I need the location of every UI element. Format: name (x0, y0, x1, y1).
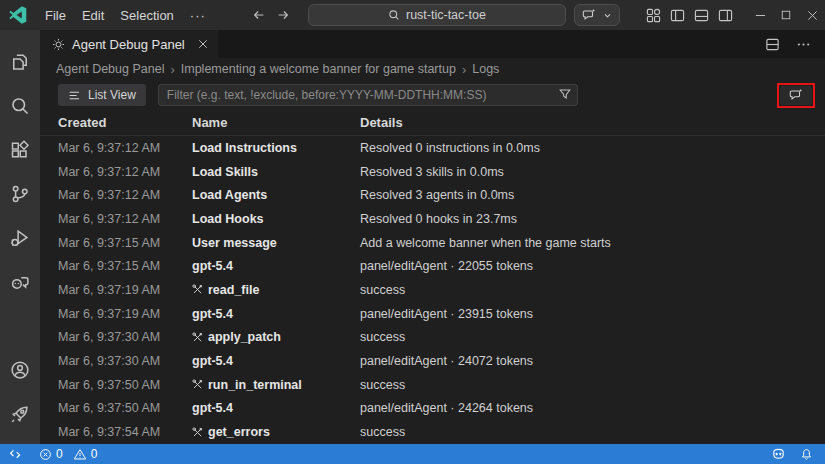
search-command-center[interactable]: rust-tic-tac-toe (308, 4, 566, 26)
row-name: Load Skills (192, 165, 360, 179)
table-row[interactable]: Mar 6, 9:37:15 AM User message Add a wel… (40, 231, 825, 255)
table-row[interactable]: Mar 6, 9:37:54 AM get_errors success (40, 420, 825, 444)
row-name: apply_patch (192, 330, 360, 344)
breadcrumb-separator: › (170, 62, 174, 77)
row-name: gpt-5.4 (192, 354, 360, 368)
log-table-header: Created Name Details (40, 110, 825, 136)
row-details: success (360, 330, 825, 344)
table-row[interactable]: Mar 6, 9:37:19 AM read_file success (40, 278, 825, 302)
table-row[interactable]: Mar 6, 9:37:30 AM gpt-5.4 panel/editAgen… (40, 349, 825, 373)
tab-label: Agent Debug Panel (72, 37, 185, 52)
copilot-status-icon[interactable] (771, 447, 786, 462)
menu-selection[interactable]: Selection (112, 5, 181, 26)
menu-overflow-button[interactable]: ··· (182, 5, 214, 26)
table-row[interactable]: Mar 6, 9:37:50 AM run_in_terminal succes… (40, 373, 825, 397)
chat-copilot-sidebar-icon[interactable] (0, 260, 40, 304)
row-details: Resolved 0 hooks in 23.7ms (360, 212, 825, 226)
table-row[interactable]: Mar 6, 9:37:12 AM Load Skills Resolved 3… (40, 160, 825, 184)
row-details: success (360, 378, 825, 392)
customize-layout-icon[interactable] (646, 8, 661, 23)
copilot-chat-icon (582, 8, 596, 22)
table-row[interactable]: Mar 6, 9:37:19 AM gpt-5.4 panel/editAgen… (40, 302, 825, 326)
maximize-button[interactable] (773, 0, 799, 30)
copilot-chat-button[interactable] (574, 4, 620, 26)
row-created: Mar 6, 9:37:30 AM (58, 354, 192, 368)
tools-icon (192, 379, 203, 390)
row-name: Load Hooks (192, 212, 360, 226)
notifications-bell-icon[interactable] (800, 448, 813, 461)
account-icon[interactable] (0, 348, 40, 392)
row-created: Mar 6, 9:37:19 AM (58, 307, 192, 321)
filter-funnel-icon[interactable] (558, 87, 572, 101)
log-table: Created Name Details Mar 6, 9:37:12 AM L… (40, 110, 825, 444)
window-controls (747, 0, 825, 30)
source-control-icon[interactable] (0, 172, 40, 216)
breadcrumb-item[interactable]: Logs (472, 62, 499, 76)
table-row[interactable]: Mar 6, 9:37:12 AM Load Agents Resolved 3… (40, 183, 825, 207)
search-sidebar-icon[interactable] (0, 84, 40, 128)
breadcrumb: Agent Debug Panel›Implementing a welcome… (40, 58, 825, 80)
row-created: Mar 6, 9:37:12 AM (58, 165, 192, 179)
tab-close-icon[interactable] (198, 39, 208, 49)
vscode-logo-icon (9, 6, 27, 24)
toggle-panel-icon[interactable] (694, 8, 709, 23)
back-arrow-icon[interactable] (252, 8, 266, 22)
menu-edit[interactable]: Edit (74, 5, 112, 26)
breadcrumb-separator: › (462, 62, 466, 77)
row-details: panel/editAgent · 22055 tokens (360, 259, 825, 273)
split-editor-icon[interactable] (765, 37, 780, 52)
minimize-button[interactable] (747, 0, 773, 30)
row-name: User message (192, 236, 360, 250)
more-actions-icon[interactable] (796, 37, 811, 52)
error-icon (39, 448, 52, 461)
table-row[interactable]: Mar 6, 9:37:15 AM gpt-5.4 panel/editAgen… (40, 254, 825, 278)
breadcrumb-item[interactable]: Agent Debug Panel (56, 62, 164, 76)
column-name[interactable]: Name (192, 115, 360, 130)
row-details: success (360, 425, 825, 439)
rocket-icon[interactable] (0, 392, 40, 436)
log-table-body: Mar 6, 9:37:12 AM Load Instructions Reso… (40, 136, 825, 444)
row-name: gpt-5.4 (192, 401, 360, 415)
list-view-button[interactable]: List View (58, 84, 146, 106)
vscode-window: FileEditSelection ··· rust-tic-tac-toe (0, 0, 825, 464)
problems-indicator[interactable]: 0 0 (39, 447, 103, 461)
filter-input[interactable] (158, 84, 578, 106)
explorer-icon[interactable] (0, 40, 40, 84)
row-details: panel/editAgent · 24072 tokens (360, 354, 825, 368)
gear-icon (52, 38, 65, 51)
run-debug-icon[interactable] (0, 216, 40, 260)
table-row[interactable]: Mar 6, 9:37:12 AM Load Hooks Resolved 0 … (40, 207, 825, 231)
row-name: gpt-5.4 (192, 259, 360, 273)
row-created: Mar 6, 9:37:50 AM (58, 401, 192, 415)
annotation-highlight (777, 83, 815, 108)
table-row[interactable]: Mar 6, 9:37:50 AM gpt-5.4 panel/editAgen… (40, 397, 825, 421)
row-details: Resolved 3 skills in 0.0ms (360, 165, 825, 179)
tools-icon (192, 427, 203, 438)
row-details: panel/editAgent · 23915 tokens (360, 307, 825, 321)
table-row[interactable]: Mar 6, 9:37:12 AM Load Instructions Reso… (40, 136, 825, 160)
log-toolbar: List View (40, 80, 825, 110)
row-created: Mar 6, 9:37:15 AM (58, 236, 192, 250)
row-name: get_errors (192, 425, 360, 439)
panel-copilot-chat-button[interactable] (780, 86, 812, 105)
extensions-icon[interactable] (0, 128, 40, 172)
toggle-sidebar-icon[interactable] (670, 8, 685, 23)
row-name: Load Instructions (192, 141, 360, 155)
row-details: panel/editAgent · 24264 tokens (360, 401, 825, 415)
table-row[interactable]: Mar 6, 9:37:30 AM apply_patch success (40, 326, 825, 350)
menu-file[interactable]: File (37, 5, 74, 26)
remote-indicator-icon[interactable] (0, 444, 31, 464)
column-created[interactable]: Created (58, 115, 192, 130)
tools-icon (192, 284, 203, 295)
tab-bar: Agent Debug Panel (40, 30, 825, 58)
tab-agent-debug-panel[interactable]: Agent Debug Panel (40, 30, 219, 58)
column-details[interactable]: Details (360, 115, 825, 130)
close-window-button[interactable] (799, 0, 825, 30)
toggle-secondary-sidebar-icon[interactable] (718, 8, 733, 23)
breadcrumb-item[interactable]: Implementing a welcome banner for game s… (181, 62, 456, 76)
layout-controls (646, 8, 733, 23)
row-details: success (360, 283, 825, 297)
forward-arrow-icon[interactable] (276, 8, 290, 22)
row-name: read_file (192, 283, 360, 297)
row-details: Resolved 0 instructions in 0.0ms (360, 141, 825, 155)
